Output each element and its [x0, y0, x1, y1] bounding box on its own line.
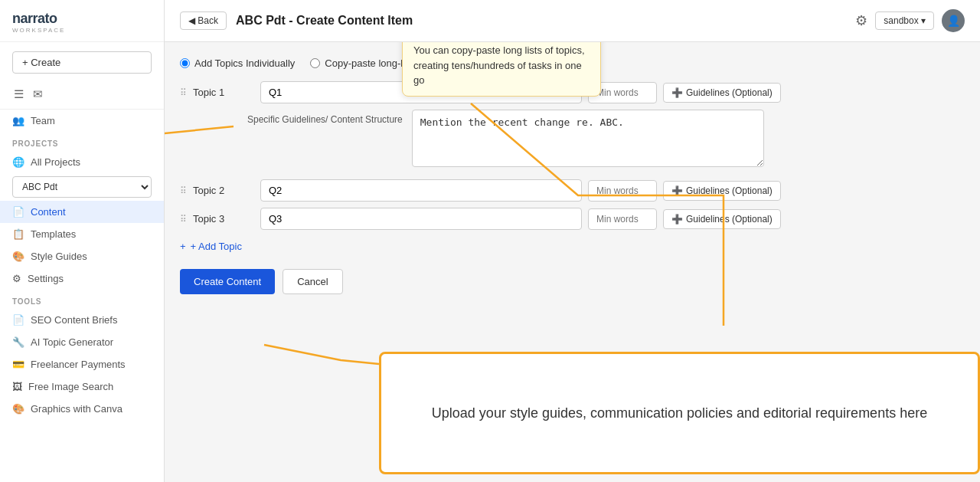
image-icon: 🖼 [12, 381, 22, 392]
payments-label: Freelancer Payments [31, 359, 126, 370]
logo-sub: WORKSPACE [12, 27, 152, 34]
payments-icon: 💳 [12, 359, 24, 370]
radio-individual-label: Add Topics Individually [194, 57, 295, 69]
sidebar-item-team[interactable]: 👥 Team [0, 110, 164, 132]
topic-2-min-words[interactable] [588, 180, 657, 202]
globe-icon: 🌐 [12, 156, 24, 168]
seo-icon: 📄 [12, 314, 24, 326]
back-button[interactable]: ◀ Back [180, 11, 227, 30]
drag-icon-2: ⠿ [180, 185, 187, 196]
logo-area: narrato WORKSPACE [0, 0, 164, 42]
create-button[interactable]: + Create [12, 51, 152, 74]
topic-2-guidelines-btn[interactable]: ➕ Guidelines (Optional) [663, 181, 781, 201]
avatar-button[interactable]: 👤 [942, 9, 965, 32]
topic-3-label: Topic 3 [193, 213, 254, 225]
add-topic-label: + Add Topic [191, 241, 242, 252]
menu-icon[interactable]: ☰ [12, 86, 25, 103]
templates-label: Templates [31, 228, 76, 240]
page-header: ◀ Back ABC Pdt - Create Content Item ⚙ s… [165, 0, 980, 42]
cancel-button[interactable]: Cancel [283, 269, 342, 294]
add-topic-button[interactable]: + + Add Topic [180, 236, 242, 257]
content-area: Add Topics Individually Copy-paste long-… [165, 42, 980, 482]
guidelines-plus-icon-3: ➕ [671, 214, 683, 225]
header-right: ⚙ sandbox ▾ 👤 [855, 9, 965, 32]
topic-1-text: Topic 1 [193, 87, 224, 98]
content-icon: 📄 [12, 206, 24, 218]
sidebar-item-all-projects[interactable]: 🌐 All Projects [0, 151, 164, 173]
sidebar-item-ai-topic[interactable]: 🔧 AI Topic Generator [0, 331, 164, 353]
topic-2-text: Topic 2 [193, 185, 224, 196]
image-label: Free Image Search [28, 381, 113, 392]
topic-3-min-words[interactable] [588, 208, 657, 230]
ai-icon: 🔧 [12, 336, 24, 348]
style-guide-callout: Upload your style guides, communication … [379, 352, 980, 474]
canva-icon: 🎨 [12, 403, 24, 415]
radio-paste-input[interactable] [310, 58, 320, 68]
svg-line-0 [165, 126, 234, 134]
radio-individual-input[interactable] [180, 58, 190, 68]
settings-label: Settings [28, 273, 64, 284]
topic-3-guidelines-btn[interactable]: ➕ Guidelines (Optional) [663, 209, 781, 229]
topic-3-text: Topic 3 [193, 213, 224, 225]
topic-row-2: ⠿ Topic 2 ➕ Guidelines (Optional) [180, 179, 965, 202]
guidelines-label-2: Guidelines (Optional) [686, 185, 773, 196]
content-label: Content [31, 206, 66, 218]
create-content-button[interactable]: Create Content [180, 269, 275, 294]
guidelines-label-3: Guidelines (Optional) [686, 214, 773, 225]
sidebar-item-style-guides[interactable]: 🎨 Style Guides [0, 245, 164, 267]
sidebar: narrato WORKSPACE + Create ☰ ✉ 👥 Team PR… [0, 0, 165, 482]
canva-label: Graphics with Canva [31, 403, 122, 415]
templates-icon: 📋 [12, 228, 24, 240]
radio-individual[interactable]: Add Topics Individually [180, 57, 295, 69]
tools-section-header: TOOLS [0, 290, 164, 309]
top-tooltip-text: You can copy-paste long lists of topics,… [413, 44, 585, 86]
main-content: ◀ Back ABC Pdt - Create Content Item ⚙ s… [165, 0, 980, 482]
add-topic-icon: + [180, 241, 186, 252]
guidelines-textarea-1[interactable]: Mention the recent change re. ABC. [412, 110, 764, 167]
project-dropdown[interactable]: ABC Pdt [12, 176, 152, 198]
style-guide-callout-text: Upload your style guides, communication … [432, 402, 927, 425]
style-guides-icon: 🎨 [12, 251, 24, 262]
topic-2-label: Topic 2 [193, 185, 254, 196]
style-guides-label: Style Guides [31, 251, 87, 262]
top-tooltip-bubble: You can copy-paste long lists of topics,… [402, 42, 601, 97]
sidebar-item-seo-briefs[interactable]: 📄 SEO Content Briefs [0, 309, 164, 331]
drag-icon-1: ⠿ [180, 87, 187, 98]
topic-2-input[interactable] [260, 179, 582, 202]
guidelines-plus-icon-1: ➕ [671, 87, 683, 98]
page-title: ABC Pdt - Create Content Item [236, 14, 413, 28]
sidebar-item-canva[interactable]: 🎨 Graphics with Canva [0, 398, 164, 420]
sidebar-item-image-search[interactable]: 🖼 Free Image Search [0, 375, 164, 398]
topic-row-3: ⠿ Topic 3 ➕ Guidelines (Optional) [180, 208, 965, 230]
logo-text: narrato [12, 11, 152, 27]
guidelines-section-1: Specific Guidelines/ Content Structure M… [247, 110, 965, 167]
gear-button[interactable]: ⚙ [855, 12, 867, 29]
team-label: Team [31, 115, 55, 126]
settings-icon: ⚙ [12, 273, 21, 284]
action-row: Create Content Cancel [180, 269, 965, 294]
topic-1-guidelines-btn[interactable]: ➕ Guidelines (Optional) [663, 83, 781, 103]
projects-section-header: PROJECTS [0, 132, 164, 151]
seo-label: SEO Content Briefs [31, 314, 117, 326]
topic-1-label: Topic 1 [193, 87, 254, 98]
sidebar-item-freelancer-payments[interactable]: 💳 Freelancer Payments [0, 353, 164, 375]
drag-icon-3: ⠿ [180, 214, 187, 225]
sidebar-icon-row: ☰ ✉ [0, 83, 164, 110]
team-icon: 👥 [12, 115, 24, 126]
topic-3-input[interactable] [260, 208, 582, 230]
sidebar-item-content[interactable]: 📄 Content [0, 201, 164, 223]
sidebar-item-settings[interactable]: ⚙ Settings [0, 267, 164, 290]
guidelines-plus-icon-2: ➕ [671, 185, 683, 196]
all-projects-label: All Projects [31, 156, 80, 168]
guidelines-label-1: Guidelines (Optional) [686, 87, 773, 98]
guidelines-label-text: Specific Guidelines/ Content Structure [247, 110, 403, 167]
sandbox-button[interactable]: sandbox ▾ [875, 11, 934, 30]
sidebar-item-templates[interactable]: 📋 Templates [0, 223, 164, 245]
ai-label: AI Topic Generator [31, 336, 113, 348]
messages-icon[interactable]: ✉ [31, 86, 44, 103]
